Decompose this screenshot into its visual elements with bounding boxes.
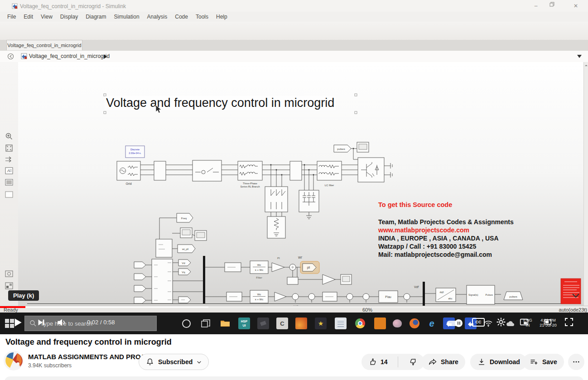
dark-app-icon[interactable] <box>257 317 269 329</box>
task-view-icon[interactable] <box>200 317 212 329</box>
breadcrumb[interactable]: Voltage_feq_control_in_microgrid <box>29 53 110 59</box>
menu-tools[interactable]: Tools <box>196 14 208 20</box>
file-explorer-icon[interactable] <box>219 317 231 329</box>
rl-branch-block[interactable]: Three-Phase Series RL Branch <box>238 161 262 188</box>
iq-goto-tag[interactable] <box>178 297 191 303</box>
menu-edit[interactable]: Edit <box>24 14 33 20</box>
more-actions-button[interactable] <box>568 354 584 370</box>
scroll-up-icon[interactable] <box>585 63 588 66</box>
menu-diagram[interactable]: Diagram <box>86 14 106 20</box>
image-annotation-icon[interactable] <box>5 179 13 186</box>
pulses-from-tag[interactable]: pulses <box>334 145 358 159</box>
pwm-generator-block[interactable]: Signal(s) Pulses <box>467 285 495 304</box>
settings-gear-icon[interactable] <box>496 317 506 327</box>
rlc-load-block[interactable] <box>267 216 285 238</box>
annotation-icon[interactable]: A <box>5 167 13 174</box>
onedrive-cloud-icon[interactable] <box>506 321 516 327</box>
scope-block[interactable] <box>357 142 369 152</box>
internet-explorer-icon[interactable]: e <box>426 317 438 329</box>
vertical-scrollbar[interactable] <box>583 62 588 306</box>
video-progress-bar[interactable] <box>0 306 588 308</box>
scope-block[interactable] <box>195 231 207 241</box>
model-browser-icon[interactable] <box>5 282 13 289</box>
orange-app-icon[interactable] <box>374 317 386 329</box>
play-button[interactable] <box>12 316 24 329</box>
scope-block[interactable] <box>180 228 192 238</box>
filter-tf-block[interactable]: Wc s + Wc <box>250 290 268 303</box>
mini-contact-annotation[interactable] <box>561 279 581 304</box>
gain-block[interactable] <box>275 292 286 301</box>
fullscreen-button[interactable] <box>564 317 574 327</box>
measurement-block[interactable] <box>290 161 302 180</box>
viewmark-icon[interactable] <box>5 270 13 277</box>
contact-annotation[interactable]: To get this Source code Team, Matlab Pro… <box>378 201 514 259</box>
breaker-block[interactable] <box>193 160 222 181</box>
tab-model[interactable]: Voltage_feq_control_in_microgrid <box>6 40 82 50</box>
pll-goto-tag-highlighted[interactable]: pll <box>300 261 319 274</box>
scope-block[interactable] <box>341 274 352 284</box>
photos-app-icon[interactable] <box>391 317 403 329</box>
close-button[interactable]: ✕ <box>569 2 583 10</box>
breadcrumb-expand-icon[interactable] <box>577 55 582 58</box>
word-doc-icon[interactable] <box>335 317 347 329</box>
wt-pll-goto-tag[interactable]: wt_pll <box>178 245 195 253</box>
chrome-icon[interactable] <box>354 317 366 329</box>
video-player[interactable]: Voltage_feq_control_in_microgrid - Simul… <box>0 0 588 334</box>
share-button[interactable]: Share <box>421 354 465 370</box>
hsp-ui-app-icon[interactable]: HSP UI <box>238 317 250 329</box>
capacitor-bank-block[interactable] <box>299 190 319 219</box>
sum-block[interactable] <box>363 293 369 300</box>
cortana-icon[interactable] <box>180 317 192 329</box>
gain-block[interactable] <box>323 274 335 284</box>
save-button[interactable]: Save <box>523 354 564 370</box>
menu-display[interactable]: Display <box>60 14 78 20</box>
sum-block[interactable] <box>292 293 299 300</box>
powergui-block[interactable]: Discrete 2.00e-04 s. <box>125 146 145 158</box>
subscribed-button[interactable]: Subscribed <box>139 354 209 370</box>
menu-analysis[interactable]: Analysis <box>147 14 168 20</box>
minimize-button[interactable]: – <box>529 2 543 10</box>
input-from-tags[interactable] <box>134 262 146 303</box>
matlab-icon[interactable] <box>295 317 307 329</box>
captions-button[interactable]: CC <box>472 318 485 327</box>
description-box[interactable] <box>5 376 583 380</box>
hide-browser-icon[interactable] <box>7 53 14 60</box>
theater-mode-button[interactable] <box>542 317 554 327</box>
miniplayer-button[interactable] <box>518 317 530 327</box>
movie-app-icon[interactable]: ★ <box>315 317 327 329</box>
gain-block[interactable] <box>272 263 284 272</box>
signal-routing-icon[interactable] <box>5 156 13 163</box>
measurement-block[interactable] <box>154 161 166 180</box>
download-button[interactable]: Download <box>470 354 527 370</box>
mux-bar[interactable] <box>203 256 205 303</box>
menu-simulation[interactable]: Simulation <box>114 14 140 20</box>
sum-block[interactable] <box>347 293 353 300</box>
restore-button[interactable] <box>549 2 563 10</box>
wifi-icon[interactable] <box>484 320 493 327</box>
menu-file[interactable]: File <box>7 14 16 20</box>
filter-tf-block[interactable]: Wc s + Wc Filter <box>250 261 268 279</box>
piau-block[interactable]: PIau <box>379 291 398 303</box>
sum-block[interactable] <box>404 293 410 300</box>
freq-goto-tag[interactable]: Freq <box>177 213 193 222</box>
lc-filter-block[interactable]: LC filter <box>317 161 342 187</box>
area-box-icon[interactable] <box>5 191 13 198</box>
constant-block[interactable] <box>287 277 298 284</box>
vq-goto-tag[interactable]: Vq <box>178 269 191 275</box>
diagram-title-annotation[interactable]: Voltage and frequency control in microgr… <box>105 96 336 110</box>
channel-avatar[interactable] <box>4 351 24 370</box>
mux-bar[interactable] <box>423 282 425 306</box>
menu-code[interactable]: Code <box>175 14 188 20</box>
sum-block[interactable] <box>308 293 315 300</box>
c-app-icon[interactable]: C <box>276 317 288 329</box>
like-button[interactable]: 14 <box>361 354 394 370</box>
dq0-abc-transform-block[interactable]: dq0 abc <box>436 288 456 302</box>
fit-to-view-icon[interactable] <box>5 144 13 152</box>
menu-help[interactable]: Help <box>216 14 227 20</box>
volume-button[interactable] <box>56 317 68 328</box>
firefox-icon[interactable] <box>409 317 420 329</box>
autoplay-toggle[interactable] <box>447 321 462 326</box>
measurement-subsystem-block[interactable] <box>146 259 203 303</box>
next-button[interactable] <box>36 317 46 327</box>
zoom-in-icon[interactable] <box>5 132 13 140</box>
